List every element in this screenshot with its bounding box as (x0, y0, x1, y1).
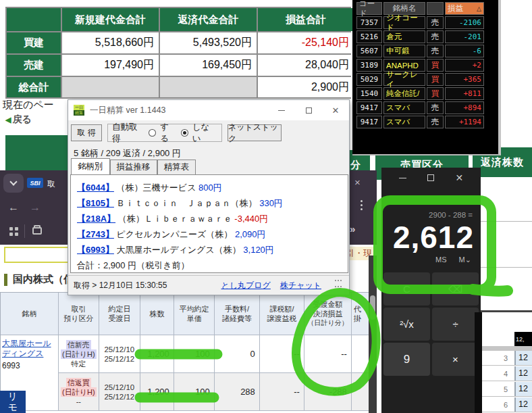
radio-yes-label[interactable]: する (160, 122, 177, 145)
back-triangle-icon: ◀ (5, 116, 11, 124)
th-kessai-soneki: 受渡金額決済損益（日計り分） (304, 293, 352, 335)
tab-settlement-sheet[interactable]: 精算表 (157, 160, 196, 174)
stock-side: 売 (427, 30, 444, 43)
stock-code: 3189 (356, 59, 382, 72)
scrollbar-thumb[interactable] (370, 295, 375, 320)
tab-close-icon[interactable]: × (354, 176, 361, 188)
fee-cell: 288 (215, 373, 260, 411)
sheet-cell[interactable]: 12 (514, 351, 532, 365)
stock-name-link[interactable]: ディングス (2, 349, 43, 359)
resize-grip-icon[interactable] (335, 280, 342, 291)
netstock-button[interactable]: ネットストック (228, 124, 282, 141)
minimize-button[interactable] (268, 100, 295, 120)
col-header-pl[interactable]: 損益△ (445, 2, 484, 15)
back-link-label: 戻る (12, 114, 31, 124)
th-torihiki: 取引預り区分 (59, 293, 99, 335)
sort-triangle-icon: △ (477, 5, 481, 12)
radio-no-icon[interactable] (181, 129, 188, 137)
fetch-button[interactable]: 取 得 (71, 124, 102, 141)
back-link[interactable]: ◀戻る (5, 114, 32, 126)
qty-cell: 1,200 (140, 335, 174, 373)
memory-store-button[interactable]: MS (435, 256, 447, 264)
th-kazeigaku: 課税額/譲渡益税 (260, 293, 304, 335)
forward-icon[interactable]: → (30, 201, 41, 214)
stock-name: 純金信託/ (383, 87, 425, 100)
summary-corner-cell (7, 8, 61, 31)
maximize-icon (306, 107, 312, 114)
stock-name: 倉元 (383, 30, 425, 43)
backspace-button[interactable]: ⌫ (432, 272, 479, 306)
stock-name-link[interactable]: 大黒屋ホール (2, 339, 51, 349)
section-heading: 国内株式（信 (4, 273, 74, 286)
radio-no-label[interactable]: しない (192, 122, 217, 145)
spreadsheet-fragment: 12, 312 412 512 612 (475, 312, 532, 413)
clear-button[interactable]: C (383, 272, 430, 306)
dialog-statusbar: 取得 > 12月10日 15:30:55 とし丸ブログ 株チャット (68, 275, 349, 295)
trade-type-cell: 信返買(日計りH)-- (59, 373, 99, 411)
grid-apps-icon[interactable] (9, 227, 18, 236)
divide-button[interactable]: ÷ (432, 308, 479, 341)
stock-code-link[interactable]: 【2743】 (77, 229, 114, 239)
corner-widget-badge[interactable]: リ モ (0, 391, 26, 413)
dialog-titlebar[interactable]: 一日精算 一日精算 ver 1.1443 ✕ (68, 100, 349, 120)
trade-type-cell: 信新売(日計りH)特定 (59, 335, 99, 373)
stock-code-link[interactable]: 【218A】 (77, 214, 115, 224)
tax-cell: -- (260, 335, 304, 373)
list-item: 【6993】 大黒屋ホールディングス（株） 3,120円 (77, 242, 348, 258)
calculator-titlebar[interactable]: ✕ (381, 168, 481, 188)
cut-cell (352, 335, 369, 373)
back-icon[interactable]: ← (8, 201, 19, 214)
stock-code-link[interactable]: 【8105】 (77, 198, 114, 208)
col-header-side[interactable] (427, 2, 444, 15)
stock-watch-window: コード 銘柄名 損益△ 7357 ジオコード 売 -2106 5216 倉元 売… (352, 0, 501, 155)
chat-link[interactable]: 株チャット (280, 280, 321, 291)
multiply-button[interactable]: × (432, 343, 479, 376)
tab-pl-trend[interactable]: 損益推移 (110, 160, 157, 174)
stock-code: 5029 (356, 73, 382, 86)
trade-date-cell: 25/12/1025/12/12 (99, 335, 140, 373)
kebab-menu-icon[interactable] (361, 200, 363, 210)
digit-9-button[interactable]: 9 (383, 343, 430, 376)
stock-code: 9417 (356, 101, 382, 114)
maximize-icon[interactable] (427, 174, 434, 181)
list-item: 【218A】 （株）Ｌｉｂｅｒａｗａｒｅ -3,440円 (77, 211, 348, 226)
stock-code-link[interactable]: 【6993】 (77, 245, 114, 255)
stock-pl: -201 (445, 30, 484, 43)
summary-cell: -25,140円 (258, 32, 354, 53)
calc-expression: 2900 - 288 = (381, 211, 481, 219)
qty-cell: 1,200 (140, 373, 174, 411)
summary-header-new: 新規建代金合計 (62, 8, 159, 31)
badge-line: リ (0, 391, 26, 402)
col-header-code[interactable]: コード (356, 2, 382, 15)
sheet-cell[interactable]: 12 (514, 382, 532, 396)
stock-side: 売 (427, 16, 444, 29)
summary-header-pl: 損益合計 (258, 8, 354, 31)
pl-cell: -- (304, 335, 352, 373)
minimize-icon[interactable] (399, 178, 406, 178)
stock-pl-value: 3,120円 (243, 245, 274, 255)
stock-code: 5216 (356, 30, 382, 43)
memory-dropdown-button[interactable]: M⌄ (459, 256, 471, 264)
row-divider (481, 267, 532, 268)
tab-title[interactable]: 取 (47, 178, 55, 190)
fee-cell: 0 (215, 335, 260, 373)
tab-list-button[interactable] (3, 174, 24, 193)
close-button[interactable]: ✕ (322, 100, 349, 120)
stock-code-link[interactable]: 【6044】 (77, 183, 114, 193)
tab-by-stock[interactable]: 銘柄別 (71, 158, 110, 174)
sqrt-button[interactable]: ²√x (383, 308, 430, 341)
sheet-black-cell: 12, (514, 332, 532, 346)
radio-yes-icon[interactable] (149, 129, 156, 137)
summary-cell: 5,518,660円 (62, 32, 159, 53)
bookmarks-overflow-icon[interactable]: » (350, 223, 355, 235)
sheet-cell[interactable]: 12 (514, 397, 532, 412)
blog-link[interactable]: とし丸ブログ (221, 280, 270, 291)
stock-side: 買 (427, 59, 444, 72)
folder-icon[interactable] (32, 227, 42, 235)
minimize-icon (278, 110, 285, 111)
close-icon[interactable]: ✕ (456, 172, 464, 183)
sheet-cell[interactable]: 12 (514, 366, 532, 381)
browser-scrollbar[interactable] (369, 256, 377, 413)
calc-memory-row: MS M⌄ (381, 256, 481, 264)
maximize-button[interactable] (295, 100, 322, 120)
